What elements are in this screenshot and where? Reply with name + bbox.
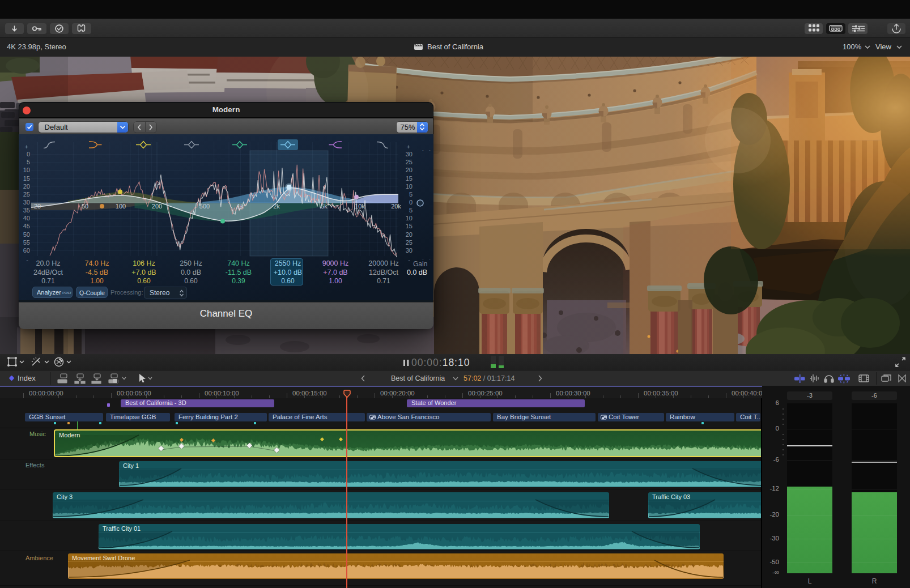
svg-text:60: 60 xyxy=(23,247,30,254)
svg-text:5: 5 xyxy=(27,159,30,165)
svg-text:45: 45 xyxy=(23,223,30,229)
svg-text:5: 5 xyxy=(409,207,413,214)
svg-text:35: 35 xyxy=(23,207,30,214)
svg-text:50: 50 xyxy=(82,203,88,210)
svg-text:20: 20 xyxy=(406,231,413,238)
svg-text:25: 25 xyxy=(406,159,413,165)
svg-text:100: 100 xyxy=(116,203,126,210)
svg-text:200: 200 xyxy=(152,203,162,210)
svg-text:30: 30 xyxy=(406,247,413,254)
svg-text:20k: 20k xyxy=(391,203,401,210)
svg-text:-: - xyxy=(429,256,431,261)
svg-text:55: 55 xyxy=(23,239,30,246)
svg-text:0: 0 xyxy=(27,151,30,157)
svg-text:30: 30 xyxy=(406,151,413,157)
svg-text:10: 10 xyxy=(23,167,30,173)
svg-text:20: 20 xyxy=(406,167,413,173)
svg-text:20: 20 xyxy=(34,203,41,210)
svg-text:15: 15 xyxy=(406,223,413,229)
svg-text:0: 0 xyxy=(409,199,413,206)
svg-text:1k: 1k xyxy=(237,203,244,210)
svg-text:30: 30 xyxy=(23,199,30,206)
svg-text:50: 50 xyxy=(23,231,30,238)
svg-text:-: - xyxy=(429,147,431,152)
svg-text:2k: 2k xyxy=(273,203,280,210)
svg-text:+: + xyxy=(25,143,28,150)
svg-text:5k: 5k xyxy=(321,203,328,210)
svg-text:25: 25 xyxy=(406,239,413,246)
svg-text:40: 40 xyxy=(23,215,30,221)
svg-text:500: 500 xyxy=(199,203,210,210)
svg-text:5: 5 xyxy=(409,191,413,198)
svg-text:15: 15 xyxy=(406,175,413,182)
svg-text:20: 20 xyxy=(23,183,30,190)
svg-text:+: + xyxy=(407,143,410,150)
svg-text:25: 25 xyxy=(23,191,30,198)
svg-text:15: 15 xyxy=(23,175,30,182)
svg-text:10: 10 xyxy=(406,183,413,190)
svg-text:-: - xyxy=(422,147,424,152)
svg-text:10: 10 xyxy=(406,215,413,221)
svg-text:10k: 10k xyxy=(355,203,365,210)
